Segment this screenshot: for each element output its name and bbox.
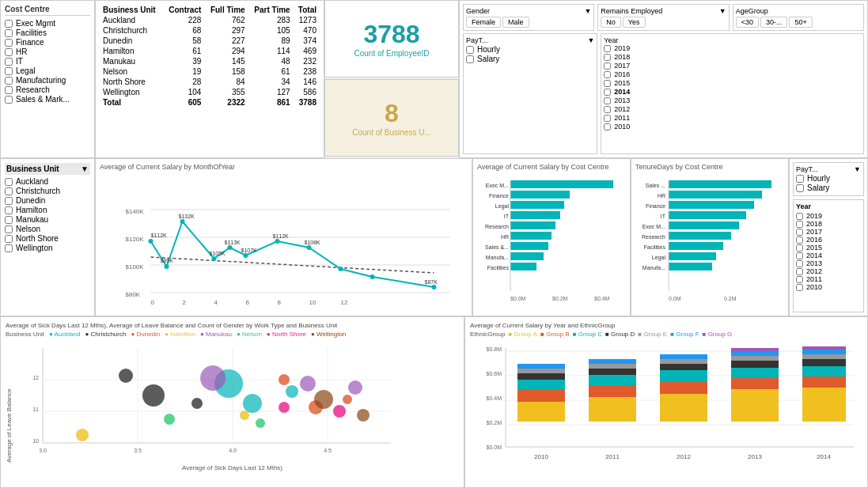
year-slicer-item-2013[interactable]: 2013	[796, 259, 861, 267]
paytype-hourly[interactable]: Hourly	[466, 45, 594, 54]
year-slicer-label: Year	[796, 202, 861, 210]
year-slicer-item-2012[interactable]: 2012	[796, 267, 861, 275]
gender-dropdown-icon[interactable]: ▼	[584, 7, 591, 15]
year-item-2010[interactable]: 2010	[604, 123, 861, 131]
cc-item-8[interactable]: Sales & Mark...	[5, 95, 90, 104]
paytype-slicer-salary[interactable]: Salary	[796, 183, 861, 192]
bu-northshore[interactable]: North Shore	[5, 234, 90, 243]
svg-rect-40	[510, 180, 613, 188]
scatter-x-label: Average of Sick Days Last 12 Mths)	[6, 464, 459, 471]
svg-text:2012: 2012	[677, 453, 691, 460]
year-slicer-item-2019[interactable]: 2019	[796, 212, 861, 220]
year-item-2011[interactable]: 2011	[604, 114, 861, 122]
age-30-btn[interactable]: 30-...	[760, 17, 788, 28]
svg-text:$87K: $87K	[425, 279, 438, 285]
gender-female-btn[interactable]: Female	[466, 17, 501, 28]
svg-rect-125	[517, 390, 565, 402]
svg-rect-124	[517, 402, 565, 422]
svg-rect-134	[589, 369, 636, 375]
col-total: Total	[294, 5, 320, 15]
right-slicers: PayT... ▼ Hourly Salary Year 20192018201…	[789, 158, 868, 316]
svg-rect-67	[669, 211, 746, 219]
year-list: 2019201820172016201520142013201220112010	[604, 44, 861, 131]
bu-dunedin[interactable]: Dunedin	[5, 196, 90, 205]
line-chart-title: Average of Current Salary by MonthOfYear	[100, 163, 468, 171]
svg-text:Sales &...: Sales &...	[485, 244, 509, 250]
cc-item-2[interactable]: Finance	[5, 38, 90, 47]
year-slicer-item-2010[interactable]: 2010	[796, 283, 861, 291]
cc-item-7[interactable]: Research	[5, 85, 90, 94]
svg-text:$112K: $112K	[273, 233, 290, 239]
bu-wellington[interactable]: Wellington	[5, 244, 90, 252]
svg-text:Manufa...: Manufa...	[486, 255, 509, 260]
paytype-label: PayT...	[466, 36, 488, 44]
paytype-slicer-hourly[interactable]: Hourly	[796, 174, 861, 183]
employed-dropdown-icon[interactable]: ▼	[719, 7, 726, 15]
year-slicer-item-2015[interactable]: 2015	[796, 244, 861, 252]
bu-filter-header: Business Unit ▼	[5, 163, 90, 175]
svg-text:$0.6M: $0.6M	[487, 371, 502, 376]
bu-christchurch[interactable]: Christchurch	[5, 187, 90, 195]
cc-item-4[interactable]: IT	[5, 57, 90, 66]
employed-no-btn[interactable]: No	[601, 17, 621, 28]
svg-point-20	[228, 245, 233, 250]
cc-item-3[interactable]: HR	[5, 47, 90, 56]
year-item-2018[interactable]: 2018	[604, 53, 861, 61]
svg-point-19	[212, 256, 217, 261]
line-chart-svg: $80K $100K $120K $140K 0 2 4 6 8 10 12	[100, 174, 468, 308]
employed-yes-btn[interactable]: Yes	[623, 17, 646, 28]
age-lt30-btn[interactable]: <30	[736, 17, 759, 28]
paytype-dropdown-icon[interactable]: ▼	[587, 36, 594, 44]
year-label: Year	[604, 36, 618, 44]
svg-rect-150	[731, 351, 779, 356]
year-slicer-item-2014[interactable]: 2014	[796, 252, 861, 259]
svg-point-94	[243, 394, 262, 413]
year-item-2015[interactable]: 2015	[604, 79, 861, 87]
bu-dropdown-icon[interactable]: ▼	[81, 165, 89, 173]
svg-rect-44	[510, 201, 564, 209]
year-item-2019[interactable]: 2019	[604, 44, 861, 52]
svg-text:11: 11	[32, 407, 39, 412]
year-slicer-item-2011[interactable]: 2011	[796, 275, 861, 283]
year-slicer-item-2016[interactable]: 2016	[796, 236, 861, 244]
bu-nelson[interactable]: Nelson	[5, 225, 90, 233]
svg-text:12: 12	[341, 299, 348, 306]
avg-salary-title: Average of Current Salary by Cost Centre	[477, 163, 626, 171]
year-item-2013[interactable]: 2013	[604, 96, 861, 104]
svg-rect-69	[669, 221, 739, 229]
bu-auckland[interactable]: Auckland	[5, 177, 90, 186]
year-slicer-item-2017[interactable]: 2017	[796, 228, 861, 236]
svg-text:$113K: $113K	[225, 240, 241, 245]
data-table: Business Unit Contract Full Time Part Ti…	[95, 0, 324, 158]
year-item-2012[interactable]: 2012	[604, 105, 861, 113]
svg-text:2: 2	[183, 299, 187, 306]
svg-text:8: 8	[278, 299, 282, 306]
svg-text:$0.8M: $0.8M	[487, 346, 502, 352]
year-item-2017[interactable]: 2017	[604, 62, 861, 70]
age-50-btn[interactable]: 50+	[789, 17, 812, 28]
year-slicer-item-2018[interactable]: 2018	[796, 220, 861, 228]
paytype-salary[interactable]: Salary	[466, 55, 594, 63]
svg-point-99	[279, 374, 290, 385]
col-bu: Business Unit	[100, 5, 163, 15]
svg-rect-151	[731, 348, 779, 351]
bu-manukau[interactable]: Manukau	[5, 215, 90, 224]
cc-item-5[interactable]: Legal	[5, 66, 90, 75]
business-unit-filter: Business Unit ▼ Auckland Christchurch Du…	[0, 158, 95, 316]
cc-item-6[interactable]: Manufacturing	[5, 76, 90, 85]
svg-rect-157	[802, 354, 846, 359]
svg-rect-50	[510, 232, 552, 240]
year-item-2016[interactable]: 2016	[604, 70, 861, 78]
year-item-2014[interactable]: 2014	[604, 88, 861, 96]
cc-item-0[interactable]: Exec Mgmt	[5, 19, 90, 28]
svg-text:HR: HR	[658, 193, 665, 199]
tenure-title: TenureDays by Cost Centre	[635, 163, 784, 171]
svg-rect-142	[660, 359, 707, 364]
paytype-arrow[interactable]: ▼	[854, 165, 861, 173]
tenure-svg: 0.0M 0.2M Sales ... HR Finance IT Exec M…	[635, 174, 786, 305]
cc-item-1[interactable]: Facilities	[5, 28, 90, 37]
gender-male-btn[interactable]: Male	[502, 17, 529, 28]
kpi-employee-value: 3788	[363, 20, 419, 49]
bu-hamilton[interactable]: Hamilton	[5, 206, 90, 214]
avg-salary-chart: Average of Current Salary by Cost Centre…	[472, 158, 631, 316]
